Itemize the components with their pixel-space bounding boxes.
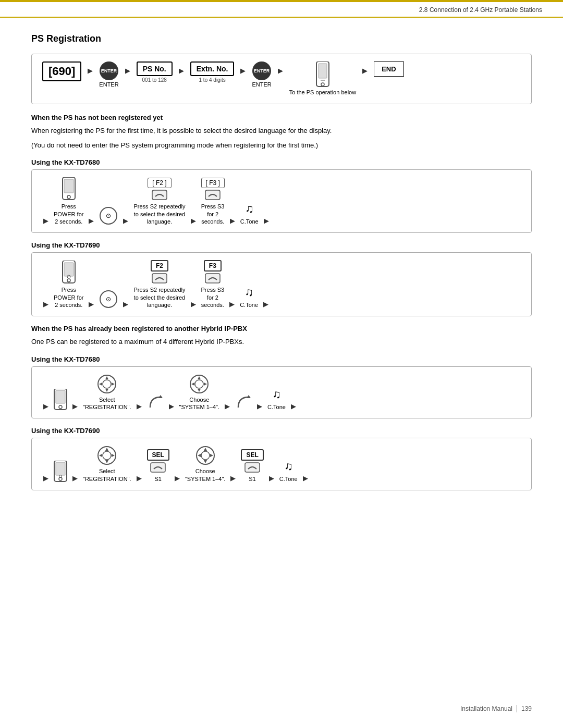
extn-no-box: Extn. No. xyxy=(190,61,235,76)
svg-point-21 xyxy=(59,405,62,409)
arrow-b2 xyxy=(122,299,129,309)
main-flow-box: [690] ENTER ENTER PS No. 001 to 128 Extn… xyxy=(31,54,532,104)
to-ps-item: To the PS operation below xyxy=(289,61,356,96)
arrow-1 xyxy=(88,66,93,75)
arrow-reg2-1 xyxy=(71,473,79,483)
step-select-reg-7680 xyxy=(147,394,164,411)
svg-rect-5 xyxy=(64,179,74,193)
footer-page: 139 xyxy=(521,705,532,712)
arrow-a xyxy=(88,216,95,225)
ctone-reg-7690: C.Tone xyxy=(279,475,298,483)
kx7680-title-1: Using the KX-TD7680 xyxy=(31,158,532,166)
step-navwheel-reg-7680: Select"REGISTRATION". xyxy=(83,374,131,411)
step-navwheel-reg-7690: Select"REGISTRATION". xyxy=(83,446,131,483)
step-ctone-reg-7680: ♫ C.Tone xyxy=(267,388,286,411)
svg-point-41 xyxy=(103,451,111,460)
step-phone-7690: PressPOWER for2 seconds. xyxy=(54,261,83,309)
ctone-label-7680: C.Tone xyxy=(240,218,259,225)
svg-rect-1 xyxy=(319,64,327,78)
arrow-reg2-3 xyxy=(174,473,181,483)
end-item: END xyxy=(374,61,403,77)
arrow-6 xyxy=(362,66,368,75)
header-section-title: 2.8 Connection of 2.4 GHz Portable Stati… xyxy=(419,6,542,14)
arrow-reg2-4 xyxy=(229,473,237,483)
enter-button-2: ENTER ENTER xyxy=(252,61,271,88)
step-nav-7680: ⊙ xyxy=(99,206,118,225)
kx7680-title-2: Using the KX-TD7680 xyxy=(31,355,532,363)
svg-marker-50 xyxy=(204,460,207,463)
arrow-e xyxy=(263,216,270,225)
page-header: 2.8 Connection of 2.4 GHz Portable Stati… xyxy=(0,0,563,18)
page-title: PS Registration xyxy=(31,33,532,44)
arrow-4 xyxy=(240,66,246,75)
svg-point-2 xyxy=(321,83,324,86)
svg-marker-26 xyxy=(99,382,102,386)
step-phone-7680: PressPOWER for2 seconds. xyxy=(54,177,83,225)
ctone-label-7690: C.Tone xyxy=(240,301,258,309)
footer-text: Installation Manual xyxy=(460,705,512,712)
svg-marker-51 xyxy=(198,454,201,457)
kx7690-diagram-1: PressPOWER for2 seconds. ⊙ F2 xyxy=(31,252,532,316)
step-caption-f2-7690: Press S2 repeatedlyto select the desired… xyxy=(133,286,185,309)
ps-no-box: PS No. xyxy=(137,61,173,76)
arrow-reg2-start xyxy=(42,473,50,483)
kx7680-diagram-2: Select"REGISTRATION". xyxy=(31,366,532,419)
arrow-reg-2 xyxy=(136,401,143,411)
step-f2-7690: F2 Press S2 repeatedlyto select the desi… xyxy=(133,260,185,309)
arrow-c xyxy=(190,216,197,225)
arrow-b xyxy=(122,216,129,225)
ctone-reg-7680: C.Tone xyxy=(267,403,286,411)
svg-marker-31 xyxy=(198,376,201,379)
arrow-reg-4 xyxy=(224,401,231,411)
already-registered-title: When the PS has already been registered … xyxy=(31,325,532,332)
svg-rect-20 xyxy=(56,390,65,403)
kx7690-title-1: Using the KX-TD7690 xyxy=(31,241,532,249)
extn-no-item: Extn. No. 1 to 4 digits xyxy=(190,61,235,83)
step-phone-reg-7680 xyxy=(54,389,67,411)
svg-rect-37 xyxy=(56,462,65,475)
step-ctone-7690: ♫ C.Tone xyxy=(240,286,258,309)
svg-marker-34 xyxy=(204,382,207,386)
already-registered-body: One PS can be registered to a maximum of… xyxy=(31,337,532,347)
step-phone-reg-7690 xyxy=(54,461,67,483)
svg-marker-52 xyxy=(210,454,213,457)
svg-marker-27 xyxy=(112,382,115,386)
arrow-reg-start xyxy=(42,401,50,411)
enter-button-1: ENTER ENTER xyxy=(99,61,118,88)
step-caption-f3-7680: Press S3for 2seconds. xyxy=(201,203,225,225)
svg-point-6 xyxy=(67,195,70,199)
kx7690-title-2: Using the KX-TD7690 xyxy=(31,427,532,435)
arrow-a2 xyxy=(88,299,95,309)
footer-divider xyxy=(517,705,517,712)
arrow-reg2-5 xyxy=(268,473,275,483)
kx7690-diagram-2: Select"REGISTRATION". SEL S1 xyxy=(31,438,532,490)
not-registered-title: When the PS has not been registered yet xyxy=(31,114,532,121)
svg-marker-44 xyxy=(99,454,102,457)
ps-no-item: PS No. 001 to 128 xyxy=(137,61,173,83)
select-reg-caption-7690: Select"REGISTRATION". xyxy=(83,467,131,483)
not-registered-body2: (You do not need to enter the PS system … xyxy=(31,140,532,151)
svg-marker-49 xyxy=(204,448,207,451)
arrow-reg2-6 xyxy=(302,473,309,483)
arrow-d2 xyxy=(228,299,236,309)
arrow-reg-1 xyxy=(71,401,79,411)
step-caption-f2-7680: Press S2 repeatedlyto select the desired… xyxy=(133,203,185,225)
phone-icon-main xyxy=(314,61,331,89)
code-box: [690] xyxy=(42,61,81,81)
to-ps-text: To the PS operation below xyxy=(289,89,356,96)
arrow-reg-5 xyxy=(256,401,263,411)
step-navwheel-reg-7680-2: Choose"SYSTEM 1–4". xyxy=(179,374,220,411)
svg-marker-42 xyxy=(105,448,108,451)
arrow-e2 xyxy=(262,299,270,309)
step-sel-s1-7690-2: SEL S1 xyxy=(241,449,263,483)
select-reg-caption: Select"REGISTRATION". xyxy=(83,396,131,411)
step-select-reg-7680-2 xyxy=(235,394,252,411)
step-caption-press-power-7690: PressPOWER for2 seconds. xyxy=(54,286,83,309)
arrow-d xyxy=(229,216,236,225)
step-f3-7690: F3 Press S3for 2seconds. xyxy=(201,260,225,309)
ps-no-range: 001 to 128 xyxy=(142,77,167,83)
arrow-reg-3 xyxy=(168,401,175,411)
step-navwheel-reg-7690-2: Choose"SYSTEM 1–4". xyxy=(185,446,226,483)
svg-marker-32 xyxy=(198,389,201,392)
code-690: [690] xyxy=(42,61,81,81)
